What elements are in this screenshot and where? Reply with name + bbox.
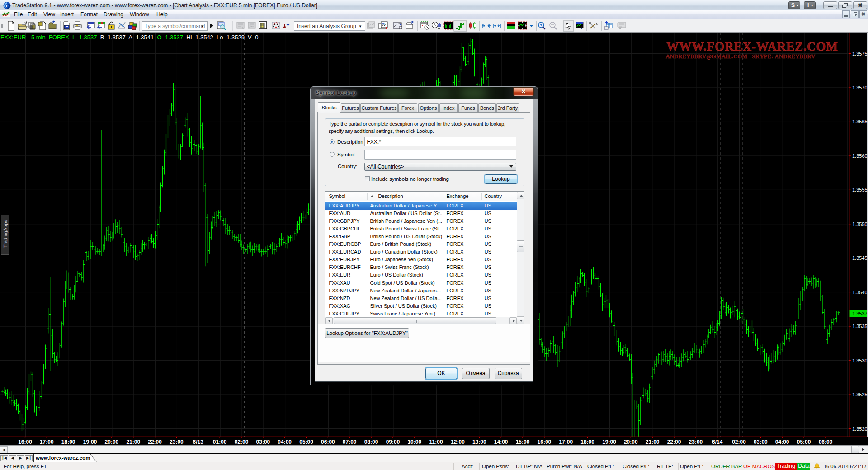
svg-text:23:00: 23:00 [689,439,703,445]
svg-text:02:00: 02:00 [732,439,746,445]
svg-text:WWW.FOREX-WAREZ.COM: WWW.FOREX-WAREZ.COM [666,40,838,53]
svg-text:19:00: 19:00 [83,439,97,445]
svg-text:07:00: 07:00 [343,439,357,445]
svg-text:21:00: 21:00 [126,439,140,445]
svg-text:14:00: 14:00 [494,439,508,445]
svg-text:18:00: 18:00 [580,439,594,445]
svg-text:08:00: 08:00 [364,439,378,445]
svg-text:05:00: 05:00 [797,439,811,445]
svg-text:16:00: 16:00 [538,439,552,445]
svg-text:1.3540: 1.3540 [852,290,868,295]
svg-text:17:00: 17:00 [559,439,573,445]
svg-text:1.3575: 1.3575 [852,51,868,56]
svg-text:06:00: 06:00 [819,439,833,445]
svg-text:09:00: 09:00 [386,439,400,445]
svg-text:10:00: 10:00 [407,439,421,445]
svg-text:03:00: 03:00 [256,439,270,445]
svg-text:01:00: 01:00 [213,439,227,445]
svg-text:1.3537: 1.3537 [852,311,868,316]
svg-text:1.3520: 1.3520 [852,426,868,432]
svg-text:1.3525: 1.3525 [852,392,868,397]
svg-text:02:00: 02:00 [235,439,249,445]
svg-text:05:00: 05:00 [299,439,313,445]
svg-text:20:00: 20:00 [624,439,638,445]
svg-text:04:00: 04:00 [775,439,789,445]
svg-text:11:00: 11:00 [429,439,443,445]
svg-text:17:00: 17:00 [40,439,54,445]
svg-text:16:00: 16:00 [18,439,32,445]
svg-text:1.3535: 1.3535 [852,324,868,329]
svg-text:1.3570: 1.3570 [852,85,868,90]
svg-text:23:00: 23:00 [170,439,184,445]
svg-text:1.3550: 1.3550 [852,221,868,227]
svg-text:21:00: 21:00 [646,439,660,445]
svg-text:15:00: 15:00 [516,439,530,445]
svg-text:6/14: 6/14 [712,439,723,445]
svg-text:1.3530: 1.3530 [852,358,868,363]
svg-text:1.3545: 1.3545 [852,255,868,261]
svg-text:ANDREYBBRV@GMAIL.COM SKYPE:: ANDREYBBRV@GMAIL.COM SKYPE: ANDREYBBRV [666,53,816,60]
svg-text:04:00: 04:00 [278,439,292,445]
svg-text:13:00: 13:00 [472,439,486,445]
svg-text:03:00: 03:00 [754,439,768,445]
svg-text:22:00: 22:00 [148,439,162,445]
svg-text:19:00: 19:00 [602,439,616,445]
svg-text:18:00: 18:00 [61,439,75,445]
svg-text:06:00: 06:00 [321,439,335,445]
svg-text:1.3565: 1.3565 [852,119,868,124]
svg-text:6/13: 6/13 [193,439,204,445]
svg-text:22:00: 22:00 [667,439,681,445]
svg-text:1.3555: 1.3555 [852,187,868,193]
svg-text:1.3560: 1.3560 [852,153,868,159]
svg-text:12:00: 12:00 [451,439,465,445]
svg-text:20:00: 20:00 [105,439,119,445]
